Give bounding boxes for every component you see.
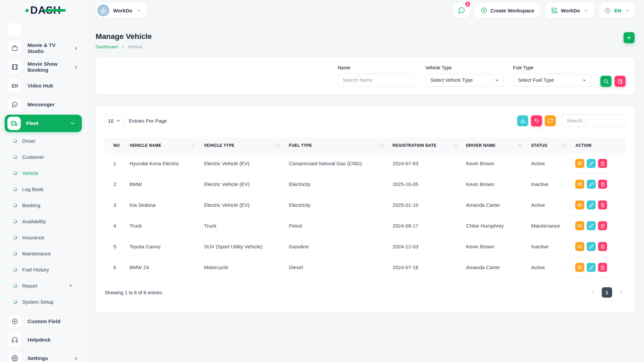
sidebar-item-driver[interactable]: Driver: [0, 133, 87, 149]
sidebar-item-customer[interactable]: Customer: [0, 149, 87, 165]
cell-actions: [571, 153, 626, 174]
apply-filter-button[interactable]: [600, 76, 611, 87]
workspace-avatar: [97, 4, 109, 16]
column-header-fuel-type[interactable]: FUEL TYPE: [285, 138, 388, 153]
fuel-type-select[interactable]: Select Fuel Type: [513, 74, 591, 86]
sidebar-item-booking[interactable]: Booking: [0, 197, 87, 213]
brand-logo[interactable]: DASH: [0, 0, 87, 21]
sidebar-item-movie-tv-studio[interactable]: Movie & TV Studio: [8, 42, 78, 55]
sidebar-menu: Movie & TV Studio Movie Show Booking V: [0, 21, 87, 362]
sidebar-item-messenger[interactable]: Messenger: [8, 98, 78, 111]
eye-icon: [577, 244, 582, 249]
sidebar-item-log-book[interactable]: Log Book: [0, 181, 87, 197]
eye-icon: [577, 202, 582, 207]
sidebar-item-video-hub[interactable]: Video Hub: [8, 79, 78, 93]
view-button[interactable]: [575, 159, 584, 168]
sidebar-item-movie-show-booking[interactable]: Movie Show Booking: [8, 60, 78, 74]
sort-icon: [562, 143, 567, 148]
view-button[interactable]: [575, 200, 584, 209]
view-button[interactable]: [575, 180, 584, 189]
workspace-name: WorkDo: [113, 8, 132, 13]
trash-icon: [600, 182, 605, 187]
sidebar-item-availability[interactable]: Availability: [0, 213, 87, 229]
pagination-next-button[interactable]: [617, 288, 626, 297]
edit-button[interactable]: [587, 180, 596, 189]
column-header-status[interactable]: STATUS: [527, 138, 571, 153]
sidebar-item-settings[interactable]: Settings: [8, 352, 78, 362]
cell-registration-date: 2025-10-05: [388, 174, 462, 195]
pagination-current-page[interactable]: 1: [602, 287, 612, 298]
sidebar-item-vehicle[interactable]: Vehicle: [0, 165, 87, 181]
name-search-input[interactable]: [338, 74, 416, 86]
column-header-vehicle-name[interactable]: VEHICLE NAME: [125, 138, 200, 153]
delete-button[interactable]: [598, 242, 607, 251]
sidebar-item-fleet[interactable]: Fleet: [5, 115, 82, 132]
view-button[interactable]: [575, 263, 584, 272]
column-header-action: ACTION: [571, 138, 626, 153]
page-title: Manage Vehicle: [96, 32, 152, 41]
pagination-prev-button[interactable]: [588, 288, 597, 297]
cell-fuel-type: Electricity: [285, 195, 388, 216]
breadcrumb-dashboard-link[interactable]: Dashboard: [96, 44, 118, 49]
delete-button[interactable]: [598, 180, 607, 189]
view-button[interactable]: [575, 221, 584, 230]
column-header-vehicle-type[interactable]: VEHICLE TYPE: [200, 138, 285, 153]
language-label: EN: [614, 8, 621, 13]
sidebar-item-partial[interactable]: [8, 23, 21, 36]
delete-button[interactable]: [598, 200, 607, 209]
table-search-input[interactable]: [562, 114, 626, 127]
workdo-menu-label: WorkDo: [561, 8, 580, 13]
reset-filter-button[interactable]: [614, 76, 626, 87]
pagination: 1: [588, 287, 626, 298]
add-vehicle-button[interactable]: [624, 32, 635, 43]
column-header-driver-name[interactable]: DRIVER NAME: [462, 138, 527, 153]
vehicle-type-select-value: Select Vehicle Type: [430, 77, 473, 83]
sidebar-item-system-setup[interactable]: System Setup: [0, 294, 87, 310]
cell-vehicle-type: Electric Vehicle (EV): [200, 195, 285, 216]
plus-icon: [626, 35, 632, 41]
sidebar-item-custom-field[interactable]: Custom Field: [8, 315, 78, 328]
delete-button[interactable]: [598, 263, 607, 272]
edit-button[interactable]: [587, 200, 596, 209]
row-actions: [575, 200, 622, 209]
edit-button[interactable]: [587, 221, 596, 230]
vehicle-table-card: 10 Entries Per Page: [96, 106, 635, 313]
export-button[interactable]: [517, 115, 528, 126]
workspace-switcher[interactable]: WorkDo: [96, 3, 147, 18]
trash-icon: [600, 265, 605, 270]
table-body: 1Hyundai Kona ElectricElectric Vehicle (…: [105, 153, 626, 278]
cell-no: 1: [105, 153, 125, 174]
sidebar-item-insurance[interactable]: Insurance: [0, 229, 87, 245]
edit-button[interactable]: [587, 242, 596, 251]
delete-button[interactable]: [598, 159, 607, 168]
table-row: 5Toyota CamrySUV (Sport Utility Vehicle)…: [105, 236, 626, 257]
cell-vehicle-name: Hyundai Kona Electric: [125, 153, 200, 174]
cell-registration-date: 2024-09-17: [388, 216, 462, 236]
chevron-right-icon: [121, 45, 125, 49]
trash-icon: [600, 244, 605, 249]
sidebar-item-fuel-history[interactable]: Fuel History: [0, 261, 87, 278]
sidebar-item-maintenance[interactable]: Maintenance: [0, 245, 87, 261]
refresh-button[interactable]: [545, 115, 556, 126]
delete-button[interactable]: [598, 221, 607, 230]
chevron-right-icon: [73, 356, 78, 361]
view-button[interactable]: [575, 242, 584, 251]
column-header-registration-date[interactable]: REGISTRATION DATE: [388, 138, 462, 153]
notification-badge: 0: [465, 1, 471, 7]
vehicle-type-select[interactable]: Select Vehicle Type: [425, 74, 504, 86]
cell-status: Active: [527, 257, 571, 278]
filter-card: Name Vehicle Type Select Vehicle Type Fu…: [96, 57, 635, 95]
workdo-menu-button[interactable]: WorkDo: [546, 3, 594, 18]
entries-per-page-select[interactable]: 10: [105, 115, 124, 127]
undo-button[interactable]: [531, 115, 542, 126]
sidebar-item-report[interactable]: Report: [0, 278, 87, 294]
table-row: 6BMW Z4MotorcycleDiesel2024-07-16Amanda …: [105, 257, 626, 278]
file-slash-icon: [618, 79, 623, 84]
language-selector[interactable]: EN: [599, 3, 635, 18]
create-workspace-button[interactable]: Create Workspace: [475, 3, 540, 18]
messages-button[interactable]: 0: [454, 3, 469, 18]
edit-button[interactable]: [587, 159, 596, 168]
sidebar-item-helpdesk[interactable]: Helpdesk: [8, 333, 78, 347]
edit-button[interactable]: [587, 263, 596, 272]
bullet-icon: [13, 267, 18, 272]
